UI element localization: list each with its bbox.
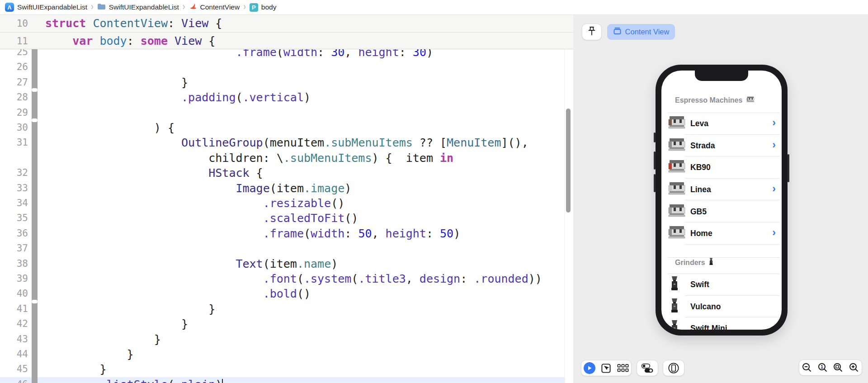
code-text[interactable]: } — [32, 347, 134, 362]
play-button[interactable] — [583, 361, 596, 375]
content-view-tab[interactable]: Content View — [607, 24, 675, 40]
code-line-26[interactable]: 26 — [0, 60, 565, 75]
line-number[interactable]: 26 — [0, 60, 32, 75]
code-text[interactable]: Text(item.name) — [32, 256, 338, 271]
pinned-line-11[interactable]: 11 var body: some View { — [0, 33, 573, 49]
code-line-wrap[interactable]: children: \.subMenuItems) { item in — [0, 151, 565, 165]
line-number[interactable]: 32 — [0, 165, 32, 180]
list-item-kb90[interactable]: KB90 — [661, 156, 782, 179]
code-text[interactable]: } — [32, 317, 188, 331]
device-settings-button[interactable] — [637, 360, 658, 376]
variants-grid-button[interactable] — [616, 361, 630, 375]
line-number[interactable]: 30 — [0, 120, 32, 135]
line-number[interactable] — [0, 151, 32, 165]
line-number[interactable]: 43 — [0, 332, 32, 347]
line-number[interactable]: 35 — [0, 211, 32, 226]
breadcrumb-file[interactable]: ContentView — [189, 2, 240, 12]
line-number[interactable]: 42 — [0, 317, 32, 331]
code-line-46[interactable]: 46 .listStyle(.plain) — [0, 377, 565, 383]
code-text[interactable]: } — [32, 302, 215, 317]
list-item-vulcano[interactable]: Vulcano — [661, 296, 782, 318]
line-number[interactable]: 29 — [0, 105, 32, 120]
code-text[interactable]: OutlineGroup(menuItem.subMenuItems ?? [M… — [32, 135, 528, 150]
line-number[interactable]: 28 — [0, 90, 32, 105]
select-mode-button[interactable] — [599, 361, 613, 375]
code-text[interactable]: .padding(.vertical) — [32, 90, 311, 105]
zoom-in-button[interactable] — [847, 361, 861, 374]
code-line-39[interactable]: 39 .font(.system(.title3, design: .round… — [0, 271, 565, 286]
code-editor[interactable]: 25 .frame(width: 30, height: 30)2627 }28… — [0, 15, 573, 383]
code-line-42[interactable]: 42 } — [0, 317, 565, 331]
code-line-28[interactable]: 28 .padding(.vertical) — [0, 90, 565, 105]
editor-scrollbar-thumb[interactable] — [566, 109, 571, 213]
list-item-gb5[interactable]: GB5 — [661, 200, 782, 222]
line-number[interactable]: 33 — [0, 181, 32, 196]
code-text[interactable]: .font(.system(.title3, design: .rounded)… — [32, 271, 542, 286]
code-text[interactable]: Image(item.image) — [32, 181, 351, 196]
code-line-35[interactable]: 35 .scaledToFit() — [0, 211, 565, 226]
code-line-27[interactable]: 27 } — [0, 75, 565, 90]
code-line-29[interactable]: 29 — [0, 105, 565, 120]
device-bezels-button[interactable] — [663, 360, 684, 376]
list-item-home[interactable]: Home› — [661, 222, 782, 245]
chevron-right-icon[interactable]: › — [772, 183, 776, 195]
list-item-swift[interactable]: Swift — [661, 274, 782, 296]
code-line-32[interactable]: 32 HStack { — [0, 165, 565, 180]
line-number[interactable]: 41 — [0, 302, 32, 317]
code-line-36[interactable]: 36 .frame(width: 50, height: 50) — [0, 226, 565, 241]
pinned-line-10[interactable]: 10struct ContentView: View { — [0, 15, 573, 33]
code-text[interactable]: } — [32, 75, 188, 90]
line-number[interactable]: 27 — [0, 75, 32, 90]
breadcrumb-project[interactable]: A SwiftUIExpandableList — [5, 3, 87, 12]
code-line-31[interactable]: 31 OutlineGroup(menuItem.subMenuItems ??… — [0, 135, 565, 150]
code-text[interactable]: ) { — [32, 120, 175, 135]
code-line-37[interactable]: 37 — [0, 241, 565, 256]
code-line-33[interactable]: 33 Image(item.image) — [0, 181, 565, 196]
line-number[interactable]: 11 — [0, 33, 32, 49]
zoom-fit-button[interactable] — [831, 361, 845, 374]
code-text[interactable]: .listStyle(.plain) — [32, 377, 223, 383]
line-number[interactable]: 10 — [0, 15, 32, 32]
list-item-leva[interactable]: Leva› — [661, 113, 782, 135]
line-number[interactable]: 31 — [0, 135, 32, 150]
line-number[interactable]: 39 — [0, 271, 32, 286]
code-line-30[interactable]: 30 ) { — [0, 120, 565, 135]
code-line-44[interactable]: 44 } — [0, 347, 565, 362]
code-text[interactable]: .resizable() — [32, 196, 344, 211]
code-text[interactable]: .scaledToFit() — [32, 211, 358, 226]
code-line-45[interactable]: 45 } — [0, 362, 565, 377]
line-number[interactable]: 34 — [0, 196, 32, 211]
code-text[interactable]: children: \.subMenuItems) { item in — [32, 151, 453, 165]
code-line-34[interactable]: 34 .resizable() — [0, 196, 565, 211]
list-item-strada[interactable]: Strada› — [661, 135, 782, 157]
breadcrumb-group[interactable]: SwiftUIExpandableList — [97, 3, 179, 12]
chevron-right-icon[interactable]: › — [772, 227, 776, 239]
list-item-swift-mini[interactable]: Swift Mini — [661, 317, 782, 330]
chevron-right-icon[interactable]: › — [772, 139, 776, 151]
line-number[interactable]: 37 — [0, 241, 32, 256]
pin-preview-button[interactable] — [582, 24, 601, 40]
code-fold-ribbon[interactable] — [32, 45, 38, 383]
breadcrumb-symbol[interactable]: P body — [250, 3, 277, 12]
code-line-43[interactable]: 43 } — [0, 332, 565, 347]
code-text[interactable]: .frame(width: 50, height: 50) — [32, 226, 460, 241]
line-number[interactable]: 44 — [0, 347, 32, 362]
zoom-actual-button[interactable]: 1 — [816, 361, 830, 374]
line-number[interactable]: 36 — [0, 226, 32, 241]
line-number[interactable]: 38 — [0, 256, 32, 271]
zoom-out-button[interactable] — [800, 361, 814, 374]
code-text[interactable]: var body: some View { — [32, 33, 215, 49]
code-text[interactable]: HStack { — [32, 165, 263, 180]
chevron-right-icon[interactable]: › — [772, 117, 776, 129]
line-number[interactable]: 40 — [0, 286, 32, 301]
code-line-40[interactable]: 40 .bold() — [0, 286, 565, 301]
code-text[interactable]: .bold() — [32, 286, 311, 301]
code-text[interactable]: struct ContentView: View { — [32, 15, 222, 32]
line-number[interactable]: 45 — [0, 362, 32, 377]
code-text[interactable]: } — [32, 362, 106, 377]
code-line-38[interactable]: 38 Text(item.name) — [0, 256, 565, 271]
code-line-41[interactable]: 41 } — [0, 302, 565, 317]
list-item-linea[interactable]: Linea› — [661, 179, 782, 201]
code-text[interactable]: } — [32, 332, 161, 347]
line-number[interactable]: 46 — [0, 377, 32, 383]
